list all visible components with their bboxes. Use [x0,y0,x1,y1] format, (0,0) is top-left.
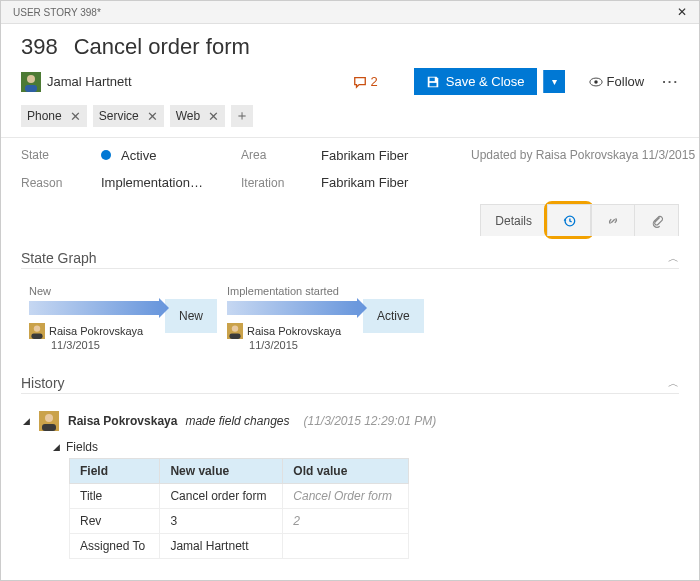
svg-point-15 [45,414,53,422]
history-user: Raisa Pokrovskaya [68,414,177,428]
comment-icon [353,75,367,89]
user-avatar-icon [38,410,60,432]
history-title: History [21,375,65,391]
svg-rect-2 [25,85,37,92]
title-row: 398 Cancel order form [1,24,699,66]
work-item-id: 398 [21,34,58,60]
work-item-window: USER STORY 398* ✕ 398 Cancel order form … [0,0,700,581]
tag-web[interactable]: Web✕ [170,105,225,127]
state-graph-title: State Graph [21,250,97,266]
col-field: Field [70,459,160,484]
col-old-value: Old value [283,459,409,484]
discussion-count[interactable]: 2 [353,74,378,89]
add-tag-button[interactable]: ＋ [231,105,253,127]
save-and-close-button[interactable]: Save & Close [414,68,537,95]
eye-icon [589,75,603,89]
svg-point-1 [27,75,35,83]
fields-row: State Reason Active Implementation… Area… [1,138,699,196]
state-graph: New Raisa Pokrovskaya 11/3/2015 New Impl… [21,279,679,369]
history-entry: ◢ Raisa Pokrovskaya made field changes (… [21,404,679,559]
svg-rect-16 [42,424,56,431]
close-icon[interactable]: ✕ [677,5,687,19]
area-value[interactable]: Fabrikam Fiber [321,148,461,163]
tab-bar: Details [1,200,699,236]
area-label: Area [241,148,311,162]
reason-label: Reason [21,176,91,190]
follow-button[interactable]: Follow [589,74,645,89]
transition-arrow-icon [29,301,159,315]
user-avatar-icon [227,323,243,339]
tab-attachments[interactable] [635,204,679,236]
state-label: State [21,148,91,162]
state-value[interactable]: Active [101,148,231,163]
updated-by-text: Updated by Raisa Pokrovskaya 11/3/2015 [471,148,695,162]
work-item-title[interactable]: Cancel order form [74,34,250,60]
tags-row: Phone✕ Service✕ Web✕ ＋ [1,105,699,137]
transition-new-date: 11/3/2015 [51,339,100,351]
tab-links[interactable] [591,204,635,236]
col-new-value: New value [160,459,283,484]
transition-arrow-icon [227,301,357,315]
tag-service[interactable]: Service✕ [93,105,164,127]
meta-row: Jamal Hartnett 2 Save & Close ▾ Follow ·… [1,66,699,105]
transition-active-user: Raisa Pokrovskaya [227,323,341,339]
attachment-icon [650,214,664,228]
state-graph-header[interactable]: State Graph ︿ [21,244,679,269]
work-item-type-label: USER STORY 398* [13,7,101,18]
svg-point-12 [232,325,238,331]
expand-toggle-icon[interactable]: ◢ [53,442,60,452]
assignee-name[interactable]: Jamal Hartnett [47,74,132,89]
history-fields-table: Field New value Old value Title Cancel o… [69,458,409,559]
tab-details[interactable]: Details [480,204,547,236]
transition-active-label: Implementation started [227,285,339,297]
iteration-value[interactable]: Fabrikam Fiber [321,175,461,190]
history-tab-highlight [544,201,594,239]
tag-remove-icon[interactable]: ✕ [147,109,158,124]
state-node-new: New [165,299,217,333]
svg-rect-10 [31,333,42,339]
state-node-active: Active [363,299,424,333]
svg-rect-3 [429,77,434,81]
history-time: (11/3/2015 12:29:01 PM) [303,414,436,428]
chevron-up-icon[interactable]: ︿ [668,376,679,391]
chevron-up-icon[interactable]: ︿ [668,251,679,266]
table-row: Rev 3 2 [70,509,409,534]
transition-active-date: 11/3/2015 [249,339,298,351]
user-avatar-icon [29,323,45,339]
tag-remove-icon[interactable]: ✕ [70,109,81,124]
svg-rect-4 [429,82,436,86]
state-dot-icon [101,150,111,160]
svg-point-6 [594,80,598,84]
transition-new-user: Raisa Pokrovskaya [29,323,143,339]
svg-rect-13 [229,333,240,339]
link-icon [606,214,620,228]
history-icon [562,214,576,228]
history-fields-title: Fields [66,440,98,454]
window-header: USER STORY 398* ✕ [1,1,699,24]
history-header[interactable]: History ︿ [21,369,679,394]
tag-remove-icon[interactable]: ✕ [208,109,219,124]
content-area: State Graph ︿ New Raisa Pokrovskaya 11/3… [1,236,699,580]
table-row: Assigned To Jamal Hartnett [70,534,409,559]
assignee-avatar[interactable] [21,72,41,92]
tab-history[interactable] [547,204,591,236]
svg-point-9 [34,325,40,331]
reason-value[interactable]: Implementation… [101,175,231,190]
tag-phone[interactable]: Phone✕ [21,105,87,127]
table-row: Title Cancel order form Cancel Order for… [70,484,409,509]
save-icon [426,75,440,89]
history-action: made field changes [185,414,289,428]
more-actions-icon[interactable]: ··· [662,74,679,89]
transition-new-label: New [29,285,51,297]
save-dropdown-button[interactable]: ▾ [543,70,565,93]
iteration-label: Iteration [241,176,311,190]
expand-toggle-icon[interactable]: ◢ [23,416,30,426]
